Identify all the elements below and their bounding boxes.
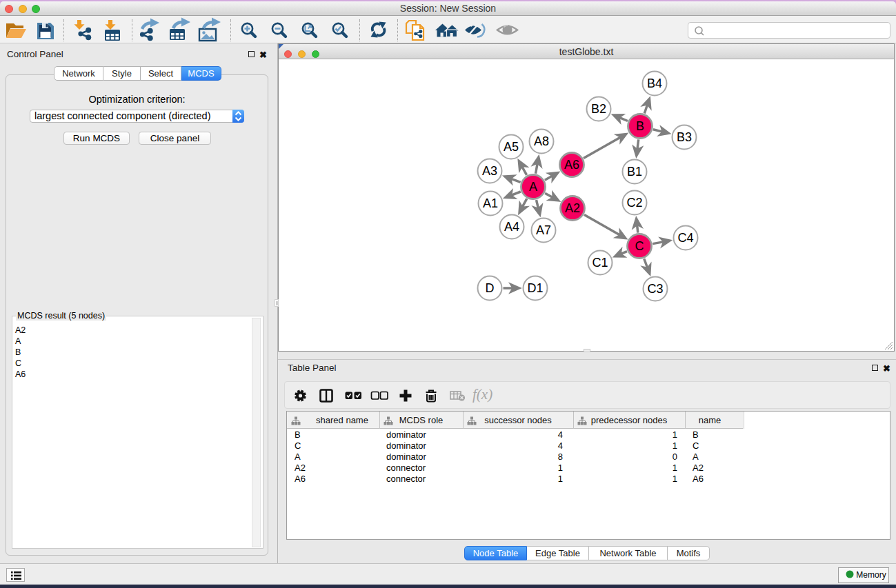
svg-text:C2: C2	[626, 196, 642, 210]
svg-text:D1: D1	[527, 281, 543, 295]
svg-text:A5: A5	[504, 140, 519, 154]
svg-text:A2: A2	[565, 201, 580, 215]
svg-text:B1: B1	[627, 165, 642, 179]
svg-text:B: B	[636, 119, 644, 133]
svg-text:A: A	[529, 180, 537, 194]
svg-text:C1: C1	[592, 256, 608, 270]
svg-text:C: C	[635, 239, 644, 253]
svg-text:A7: A7	[536, 223, 551, 237]
svg-text:A6: A6	[564, 158, 579, 172]
svg-text:A4: A4	[504, 220, 519, 234]
svg-text:B2: B2	[591, 102, 606, 116]
svg-text:A3: A3	[482, 164, 497, 178]
svg-text:B3: B3	[677, 130, 692, 144]
svg-text:C4: C4	[677, 231, 693, 245]
svg-text:A8: A8	[534, 134, 549, 148]
svg-text:A1: A1	[483, 196, 498, 210]
svg-text:D: D	[486, 281, 495, 295]
svg-text:C3: C3	[647, 282, 663, 296]
svg-text:B4: B4	[647, 77, 662, 90]
